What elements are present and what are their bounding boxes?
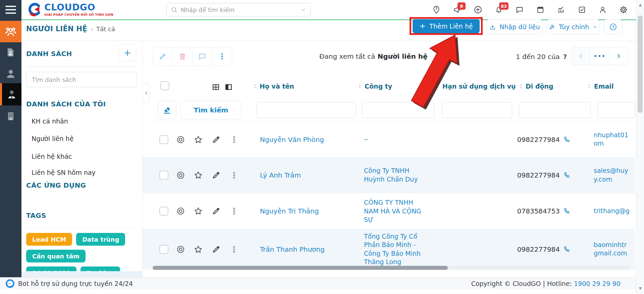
filter-input-company[interactable]	[362, 102, 434, 118]
row-checkbox[interactable]	[159, 245, 168, 254]
row-checkbox[interactable]	[159, 207, 168, 216]
column-header-mobile[interactable]: Di động	[519, 83, 553, 90]
column-view-icon[interactable]	[224, 83, 233, 92]
email-link[interactable]: nhuphat01 om	[594, 131, 635, 148]
hotline-number-link[interactable]: 1900 29 29 90	[574, 280, 621, 287]
vertical-scrollbar-thumb[interactable]	[638, 15, 643, 113]
user-icon[interactable]	[598, 5, 607, 14]
customize-button[interactable]: Tùy chỉnh	[547, 19, 600, 34]
company-link[interactable]: Tổng Công Ty Cổ Phần Bảo Minh - Công Ty …	[364, 232, 437, 266]
email-link[interactable]: baominhtr gmail.com	[594, 241, 635, 258]
contact-name-link[interactable]: Lý Anh Trâm	[260, 171, 356, 179]
more-actions-button[interactable]	[212, 47, 232, 66]
prev-page-button[interactable]	[571, 47, 590, 65]
edit-record-icon[interactable]	[212, 207, 221, 216]
vertical-scrollbar[interactable]: ▲ ▼	[636, 0, 644, 294]
sidebar-item-nguoi-lien-he[interactable]: Người liên hệ	[32, 135, 73, 142]
tag-chip-lead-hcm[interactable]: Lead HCM	[26, 233, 72, 246]
plus-circle-icon[interactable]	[474, 5, 482, 14]
rail-item-contacts-active[interactable]	[0, 83, 21, 105]
row-more-actions-icon[interactable]	[230, 135, 238, 144]
quick-view-icon[interactable]	[176, 245, 185, 254]
column-header-email[interactable]: Email	[587, 83, 614, 90]
total-count-button[interactable]: ?	[563, 53, 567, 61]
list-search-input[interactable]	[32, 76, 131, 83]
filter-input-name[interactable]	[257, 102, 356, 118]
sidebar-item-lien-he-sn[interactable]: Liên hệ SN hôm nay	[32, 169, 96, 176]
phone-icon[interactable]	[563, 207, 570, 215]
table-row[interactable]: Trần Thanh Phương Tổng Công Ty Cổ Phần B…	[143, 229, 635, 270]
scroll-down-arrow[interactable]: ▼	[636, 286, 644, 291]
edit-selected-button[interactable]	[153, 47, 173, 66]
comment-selected-button[interactable]	[192, 47, 212, 66]
tag-chip-can-quan-tam[interactable]: Cần quan tâm	[26, 250, 86, 262]
tag-chip-data-trung[interactable]: Data trùng	[76, 233, 125, 246]
help-button[interactable]: ?	[604, 19, 623, 34]
support-bot-link[interactable]: Bot hỗ trợ sử dụng trực tuyến 24/24	[5, 279, 133, 288]
sidebar-item-lien-he-khac[interactable]: Liên hệ khác	[32, 153, 72, 160]
edit-record-icon[interactable]	[212, 245, 221, 254]
analytics-icon[interactable]	[557, 5, 566, 14]
row-checkbox[interactable]	[159, 171, 168, 180]
sidebar-collapse-handle[interactable]	[143, 83, 150, 103]
filter-input-email[interactable]	[597, 102, 635, 118]
quick-view-icon[interactable]	[176, 171, 185, 180]
import-data-button[interactable]: Nhập dữ liệu	[486, 19, 543, 34]
list-search[interactable]	[26, 72, 137, 87]
megaphone-icon[interactable]: 8	[453, 5, 462, 14]
contact-name-link[interactable]: Trần Thanh Phương	[260, 245, 356, 253]
column-header-name[interactable]: Họ và tên	[253, 83, 294, 90]
sidebar-item-kh-ca-nhan[interactable]: KH cá nhân	[32, 117, 68, 125]
column-header-expiry[interactable]: Hạn sử dụng dịch vụ	[435, 83, 516, 90]
edit-record-icon[interactable]	[212, 135, 221, 144]
star-icon[interactable]	[194, 170, 203, 180]
select-all-checkbox[interactable]	[160, 81, 169, 90]
rail-item-documents[interactable]	[0, 42, 21, 63]
global-search-input[interactable]	[181, 6, 297, 13]
column-header-company[interactable]: Công ty	[358, 83, 392, 90]
quick-view-icon[interactable]	[176, 207, 185, 216]
edit-record-icon[interactable]	[212, 171, 221, 180]
star-icon[interactable]	[194, 245, 203, 254]
cloudgo-logo[interactable]: CLOUDGO GIẢI PHÁP CHUYỂN ĐỔI SỐ TINH GỌN	[26, 2, 113, 17]
horizontal-scrollbar-thumb[interactable]	[153, 266, 448, 270]
global-search[interactable]	[166, 3, 311, 16]
phone-icon[interactable]	[563, 136, 570, 143]
phone-icon[interactable]	[563, 246, 570, 253]
quick-view-icon[interactable]	[176, 135, 185, 144]
breadcrumb-module[interactable]: NGƯỜI LIÊN HỆ	[26, 25, 87, 33]
contact-name-link[interactable]: Nguyễn Tri Thắng	[260, 207, 356, 215]
location-pin-icon[interactable]: ?	[432, 5, 441, 14]
next-page-button[interactable]	[609, 47, 629, 65]
delete-selected-button[interactable]	[172, 47, 193, 66]
settings-icon[interactable]	[619, 5, 628, 14]
email-link[interactable]: trithang@g	[594, 207, 635, 215]
add-list-button[interactable]	[119, 44, 136, 62]
table-row[interactable]: Lý Anh Trâm Công Ty TNHH Huỳnh Chấn Duy …	[143, 157, 635, 193]
row-more-actions-icon[interactable]	[230, 245, 238, 254]
row-more-actions-icon[interactable]	[230, 171, 238, 180]
clear-filters-button[interactable]	[158, 101, 176, 119]
company-link[interactable]: CÔNG TY TNHH NAM HÀ VÀ CỘNG SỰ	[364, 198, 437, 224]
filter-input-expiry[interactable]	[442, 102, 512, 118]
rail-item-leads[interactable]	[0, 63, 21, 85]
filter-input-mobile[interactable]	[519, 102, 591, 118]
chevron-down-icon[interactable]	[300, 7, 306, 13]
filter-search-button[interactable]: Tìm kiếm	[180, 101, 241, 119]
scroll-up-arrow[interactable]: ▲	[636, 3, 644, 7]
row-more-actions-icon[interactable]	[230, 207, 238, 215]
bell-icon[interactable]: 83	[494, 5, 503, 14]
company-link[interactable]: Công Ty TNHH Huỳnh Chấn Duy	[364, 166, 437, 184]
star-icon[interactable]	[194, 135, 203, 144]
star-icon[interactable]	[194, 206, 203, 216]
row-checkbox[interactable]	[159, 135, 168, 144]
tasks-icon[interactable]	[578, 5, 586, 14]
table-row[interactable]: Nguyễn Văn Phòng -- 0982277984 nhuphat01…	[143, 122, 635, 157]
grid-view-icon[interactable]	[211, 83, 220, 92]
calendar-icon[interactable]	[536, 5, 545, 14]
rail-item-organizations[interactable]	[0, 105, 21, 127]
add-contact-button[interactable]: Thêm Liên hệ	[413, 19, 480, 33]
phone-icon[interactable]	[563, 172, 570, 179]
rail-item-contacts-app[interactable]	[0, 21, 21, 42]
hamburger-menu-button[interactable]	[0, 0, 21, 19]
